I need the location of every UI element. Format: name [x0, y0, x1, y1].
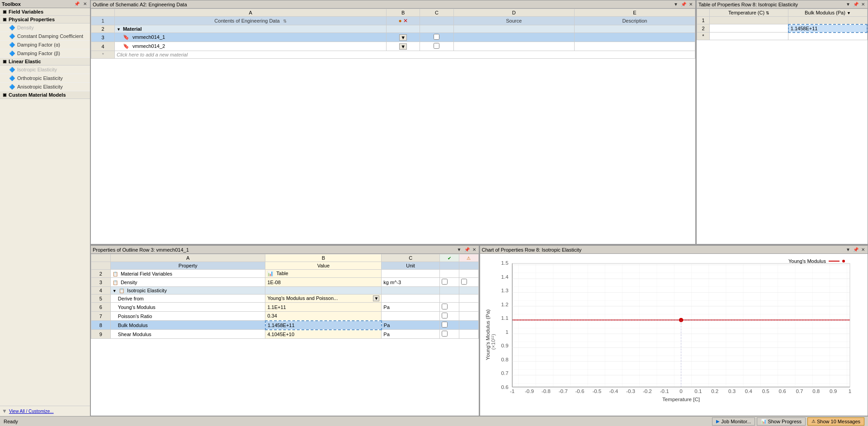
prop-row3-e[interactable]	[459, 278, 478, 287]
prop-row9-b[interactable]: 4.1045E+10	[265, 330, 382, 339]
prop-row6-label: Young's Modulus	[118, 304, 156, 310]
prop-row7-d[interactable]	[439, 312, 459, 321]
engineering-panel-pin-icon[interactable]: 📌	[680, 2, 687, 7]
top-panels: Outline of Schematic A2: Engineering Dat…	[90, 0, 868, 244]
prop-row3-chk2[interactable]	[461, 279, 467, 285]
prop-row5-b[interactable]: Young's Modulus and Poisson... ▼	[265, 295, 382, 303]
eng-row3-b-btn[interactable]: ▼	[399, 34, 407, 41]
tp-row-2[interactable]: 2 1.1458E+11	[697, 24, 868, 33]
prop-row3-chk[interactable]	[442, 279, 448, 285]
section-linear-elastic[interactable]: ▣ Linear Elastic	[0, 58, 90, 66]
table-props-close-icon[interactable]: ✕	[860, 2, 866, 7]
prop-row7-chk[interactable]	[442, 313, 448, 318]
engineering-row-4[interactable]: 4 🔖 vmmech014_2 ▼	[91, 42, 695, 51]
prop-row4-label: Isotropic Elasticity	[127, 288, 167, 293]
tp-row1-num: 1	[697, 17, 710, 24]
constant-damping-icon: 🔷	[9, 33, 15, 39]
prop-row8-a: Bulk Modulus	[110, 321, 265, 330]
bottom-panels: Properties of Outline Row 3: vmmech014_1…	[90, 244, 868, 416]
eng-row4-material[interactable]: 🔖 vmmech014_2	[114, 42, 386, 51]
prop-row3-b[interactable]: 1E-08	[265, 278, 382, 287]
props-close-icon[interactable]: ✕	[472, 247, 477, 252]
eng-row3-c[interactable]	[420, 33, 453, 42]
prop-row7-b[interactable]: 0.34	[265, 312, 382, 321]
toolbox-item-damping-beta[interactable]: 🔷 Damping Factor (β)	[0, 49, 90, 58]
eng-row4-b-btn[interactable]: ▼	[399, 43, 407, 50]
prop-row9-chk[interactable]	[442, 331, 448, 337]
section-physical-properties[interactable]: ▣ Physical Properties	[0, 16, 90, 23]
prop-row2-b[interactable]: 📊 Table	[265, 270, 382, 278]
eng-row4-checkbox[interactable]	[434, 43, 439, 49]
chart-legend: Young's Modulus	[788, 258, 845, 264]
prop-row9-e	[459, 330, 478, 339]
prop-row3-d[interactable]	[439, 278, 459, 287]
chart-close-icon[interactable]: ✕	[860, 247, 866, 252]
engineering-panel-close-icon[interactable]: ✕	[688, 2, 693, 7]
orthotropic-elasticity-icon: 🔷	[9, 75, 15, 81]
tp-col-a: Temperature (C) ⇅	[710, 9, 788, 17]
engineering-panel: Outline of Schematic A2: Engineering Dat…	[90, 0, 696, 244]
prop-row6-d[interactable]	[439, 303, 459, 312]
eng-add-label[interactable]: Click here to add a new material	[114, 51, 695, 59]
anisotropic-elasticity-label: Anisotropic Elasticity	[17, 84, 63, 89]
section-custom-material[interactable]: ▣ Custom Material Models	[0, 91, 90, 99]
status-bar: Ready ▶ Job Monitor... 📊 Show Progress ⚠…	[0, 416, 868, 426]
section-field-variables[interactable]: ▣ Field Variables	[0, 8, 90, 16]
tp-row2-b-value: 1.1458E+11	[791, 26, 818, 31]
engineering-panel-menu-icon[interactable]: ▼	[673, 2, 679, 7]
table-props-menu-icon[interactable]: ▼	[845, 2, 851, 7]
prop-row5-c	[382, 295, 439, 303]
toolbox-item-orthotropic-elasticity[interactable]: 🔷 Orthotropic Elasticity	[0, 74, 90, 83]
engineering-row-add[interactable]: * Click here to add a new material	[91, 51, 695, 59]
prop-hdr-num	[91, 262, 111, 270]
eng-row2-material: ▼ Material	[114, 25, 386, 33]
props-menu-icon[interactable]: ▼	[456, 247, 462, 252]
eng-row4-b[interactable]: ▼	[387, 42, 420, 51]
tp-col-b-sort: ▼	[847, 11, 851, 15]
tp-row2-b[interactable]: 1.1458E+11	[788, 24, 867, 33]
tp-row-add[interactable]: *	[697, 33, 868, 40]
eng-row3-checkbox[interactable]	[434, 34, 439, 40]
props-pin-icon[interactable]: 📌	[463, 247, 471, 252]
toolbox-item-constant-damping[interactable]: 🔷 Constant Damping Coefficient	[0, 32, 90, 41]
tp-add-a[interactable]	[710, 33, 788, 40]
table-props-pin-icon[interactable]: 📌	[852, 2, 859, 7]
engineering-row-3[interactable]: 3 🔖 vmmech014_1 ▼	[91, 33, 695, 42]
prop-row6-chk[interactable]	[442, 304, 448, 309]
job-monitor-button[interactable]: ▶ Job Monitor...	[712, 417, 755, 426]
eng-row3-material[interactable]: 🔖 vmmech014_1	[114, 33, 386, 42]
prop-row5-dropdown[interactable]: ▼	[373, 295, 379, 301]
toolbox-item-anisotropic-elasticity[interactable]: 🔷 Anisotropic Elasticity	[0, 83, 90, 91]
eng-row1-b-icon2: ✕	[403, 18, 408, 24]
tp-row2-a[interactable]	[710, 24, 788, 33]
toolbox-item-damping-alpha[interactable]: 🔷 Damping Factor (α)	[0, 41, 90, 49]
prop-hdr-c: Unit	[382, 262, 439, 270]
prop-row6-b[interactable]: 1.1E+11	[265, 303, 382, 312]
eng-row3-b[interactable]: ▼	[387, 33, 420, 42]
prop-row8-b[interactable]: 1.1458E+11	[265, 321, 382, 330]
prop-row8-num: 8	[91, 321, 111, 330]
eng-row4-c[interactable]	[420, 42, 453, 51]
show-progress-button[interactable]: 📊 Show Progress	[757, 417, 806, 426]
chart-pin-icon[interactable]: 📌	[852, 247, 859, 252]
tp-add-b[interactable]	[788, 33, 867, 40]
prop-row-8[interactable]: 8 Bulk Modulus 1.1458E+11 Pa	[91, 321, 479, 330]
prop-row-4: 4 ▼ 📋 Isotropic Elasticity	[91, 287, 479, 295]
prop-row2-d	[439, 270, 459, 278]
toolbox-close-icon[interactable]: ✕	[82, 1, 88, 7]
chart-menu-icon[interactable]: ▼	[845, 247, 851, 252]
eng-row1-b-icon1: ●	[399, 18, 402, 24]
toolbox-pin-icon[interactable]: 📌	[73, 1, 81, 7]
prop-row8-d[interactable]	[439, 321, 459, 330]
view-all-link[interactable]: View All / Customize...	[9, 409, 54, 414]
tp-col-a-label: Temperature (C)	[728, 10, 764, 15]
svg-text:1.4: 1.4	[501, 274, 509, 280]
filter-icon: ▼	[2, 408, 7, 414]
prop-row3-icon: 📋	[113, 280, 118, 285]
prop-row9-d[interactable]	[439, 330, 459, 339]
prop-row8-chk[interactable]	[442, 322, 448, 328]
svg-text:0.3: 0.3	[728, 389, 736, 394]
show-messages-button[interactable]: ⚠ Show 10 Messages	[807, 417, 864, 426]
material-expand-icon[interactable]: ▼	[117, 27, 121, 32]
isotropic-expand-icon[interactable]: ▼	[113, 289, 117, 293]
